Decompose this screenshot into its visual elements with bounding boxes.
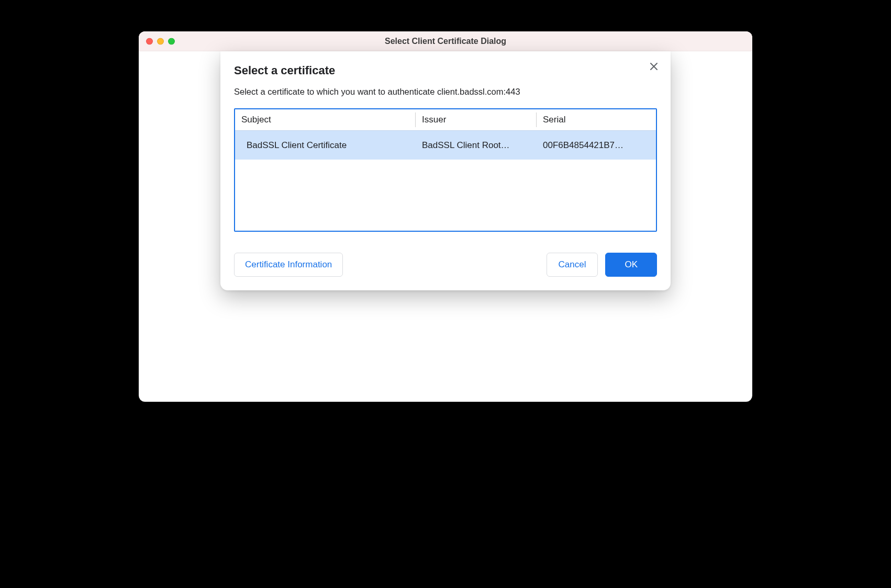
dialog-header: Select a certificate bbox=[234, 64, 657, 87]
app-window: Select Client Certificate Dialog Select … bbox=[139, 31, 752, 402]
cell-subject: BadSSL Client Certificate bbox=[235, 140, 416, 151]
close-icon[interactable] bbox=[648, 61, 660, 73]
window-title: Select Client Certificate Dialog bbox=[139, 37, 752, 46]
ok-button[interactable]: OK bbox=[605, 253, 657, 277]
cell-issuer: BadSSL Client Root… bbox=[416, 140, 537, 151]
dialog-title: Select a certificate bbox=[234, 64, 335, 77]
table-row[interactable]: BadSSL Client Certificate BadSSL Client … bbox=[235, 130, 656, 160]
certificate-dialog: Select a certificate Select a certificat… bbox=[220, 51, 671, 290]
column-header-issuer[interactable]: Issuer bbox=[416, 112, 537, 127]
window-minimize-button[interactable] bbox=[157, 38, 164, 44]
column-header-subject[interactable]: Subject bbox=[235, 112, 416, 127]
cancel-button[interactable]: Cancel bbox=[547, 253, 598, 277]
dialog-subtext: Select a certificate to which you want t… bbox=[234, 87, 657, 97]
window-close-button[interactable] bbox=[146, 38, 153, 44]
certificate-information-button[interactable]: Certificate Information bbox=[234, 253, 343, 277]
column-header-serial[interactable]: Serial bbox=[537, 112, 656, 127]
cell-serial: 00F6B4854421B7… bbox=[537, 140, 656, 151]
dialog-button-row: Certificate Information Cancel OK bbox=[234, 253, 657, 277]
window-titlebar: Select Client Certificate Dialog bbox=[139, 31, 752, 51]
traffic-lights bbox=[146, 38, 175, 44]
table-header: Subject Issuer Serial bbox=[235, 109, 656, 130]
window-maximize-button[interactable] bbox=[168, 38, 175, 44]
certificate-table: Subject Issuer Serial BadSSL Client Cert… bbox=[234, 108, 657, 232]
right-buttons: Cancel OK bbox=[547, 253, 657, 277]
